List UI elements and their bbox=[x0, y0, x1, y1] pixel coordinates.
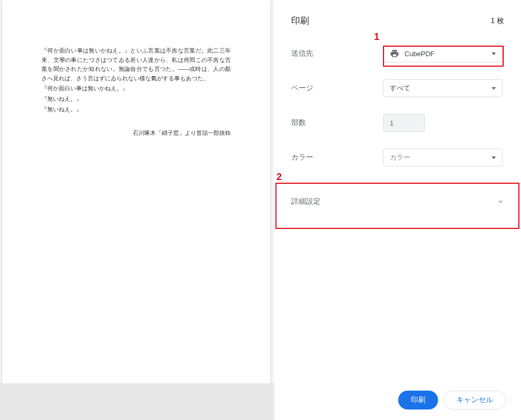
preview-attribution: 石川啄木「硝子窓」より冒頭一部抜粋 bbox=[41, 129, 231, 138]
caret-down-icon bbox=[492, 87, 496, 90]
print-preview-pane: 『何か面白い事は無いかねえ。』といふ言葉は不吉な言葉だ。此二三年來、文學の事にた… bbox=[0, 0, 274, 420]
cancel-button[interactable]: キャンセル bbox=[443, 391, 506, 410]
preview-line: 『無いねえ。』 bbox=[41, 94, 231, 104]
print-button[interactable]: 印刷 bbox=[398, 391, 438, 410]
pages-row: ページ すべて bbox=[274, 71, 521, 106]
pages-dropdown[interactable]: すべて bbox=[383, 79, 503, 97]
copies-input[interactable] bbox=[383, 114, 425, 132]
color-dropdown[interactable]: カラー bbox=[383, 149, 503, 166]
preview-line: 『無いねえ。』 bbox=[41, 105, 231, 114]
color-value: カラー bbox=[390, 153, 492, 162]
destination-row: 送信先 CubePDF bbox=[274, 36, 521, 71]
copies-label: 部数 bbox=[291, 118, 383, 128]
page-count: 1 枚 bbox=[491, 16, 504, 26]
print-settings-pane: 印刷 1 枚 送信先 CubePDF ページ すべて 部数 bbox=[274, 0, 521, 420]
color-label: カラー bbox=[291, 153, 383, 162]
advanced-label: 詳細設定 bbox=[291, 197, 321, 206]
pages-label: ページ bbox=[291, 83, 383, 93]
pages-value: すべて bbox=[390, 83, 492, 93]
copies-row: 部数 bbox=[274, 106, 521, 140]
color-row: カラー カラー bbox=[274, 140, 521, 175]
preview-paragraph: 『何か面白い事は無いかねえ。』といふ言葉は不吉な言葉だ。此二三年來、文學の事にた… bbox=[41, 46, 231, 83]
caret-down-icon bbox=[492, 156, 496, 159]
advanced-settings-toggle[interactable]: 詳細設定 bbox=[274, 175, 521, 228]
destination-value: CubePDF bbox=[405, 50, 492, 58]
chevron-down-icon bbox=[497, 198, 504, 205]
preview-footer bbox=[0, 383, 274, 420]
preview-page: 『何か面白い事は無いかねえ。』といふ言葉は不吉な言葉だ。此二三年來、文學の事にた… bbox=[2, 0, 270, 383]
destination-label: 送信先 bbox=[291, 49, 383, 58]
printer-icon bbox=[390, 49, 399, 58]
button-bar: 印刷 キャンセル bbox=[398, 391, 506, 410]
dialog-title: 印刷 bbox=[291, 15, 309, 27]
preview-line: 『何か面白い事は無いかねえ。』 bbox=[41, 84, 231, 93]
destination-dropdown[interactable]: CubePDF bbox=[383, 45, 503, 62]
caret-down-icon bbox=[492, 52, 496, 55]
settings-header: 印刷 1 枚 bbox=[274, 15, 521, 36]
